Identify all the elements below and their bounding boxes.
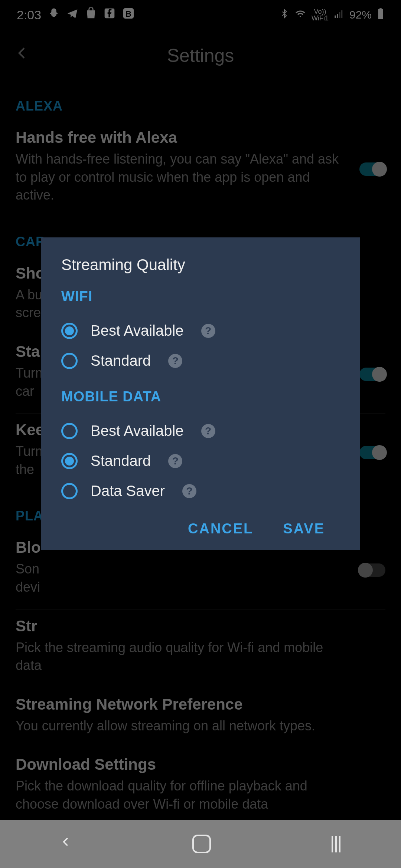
nav-recents-button[interactable]	[332, 836, 340, 852]
streaming-quality-dialog: Streaming Quality WIFI Best Available ? …	[41, 237, 360, 550]
cancel-button[interactable]: CANCEL	[188, 521, 253, 537]
radio-button[interactable]	[61, 353, 78, 369]
help-icon[interactable]: ?	[168, 354, 182, 368]
radio-mobile-best[interactable]: Best Available ?	[61, 416, 340, 446]
help-icon[interactable]: ?	[201, 424, 215, 438]
system-nav-bar	[0, 820, 401, 868]
help-icon[interactable]: ?	[168, 454, 182, 468]
radio-button[interactable]	[61, 453, 78, 469]
help-icon[interactable]: ?	[182, 484, 196, 498]
nav-back-button[interactable]	[61, 834, 72, 854]
radio-mobile-standard[interactable]: Standard ?	[61, 446, 340, 476]
save-button[interactable]: SAVE	[283, 521, 325, 537]
dialog-title: Streaming Quality	[61, 256, 340, 274]
radio-label: Data Saver	[91, 483, 165, 499]
radio-label: Best Available	[91, 423, 184, 439]
radio-label: Best Available	[91, 322, 184, 339]
radio-label: Standard	[91, 352, 151, 369]
radio-button[interactable]	[61, 323, 78, 339]
dialog-section-wifi: WIFI	[61, 289, 340, 305]
help-icon[interactable]: ?	[201, 324, 215, 338]
radio-button[interactable]	[61, 483, 78, 499]
radio-wifi-standard[interactable]: Standard ?	[61, 346, 340, 376]
radio-label: Standard	[91, 453, 151, 469]
radio-mobile-datasaver[interactable]: Data Saver ?	[61, 476, 340, 506]
radio-button[interactable]	[61, 423, 78, 439]
nav-home-button[interactable]	[192, 835, 211, 853]
radio-wifi-best[interactable]: Best Available ?	[61, 316, 340, 346]
dialog-section-mobile: MOBILE DATA	[61, 389, 340, 405]
dialog-actions: CANCEL SAVE	[61, 521, 340, 537]
